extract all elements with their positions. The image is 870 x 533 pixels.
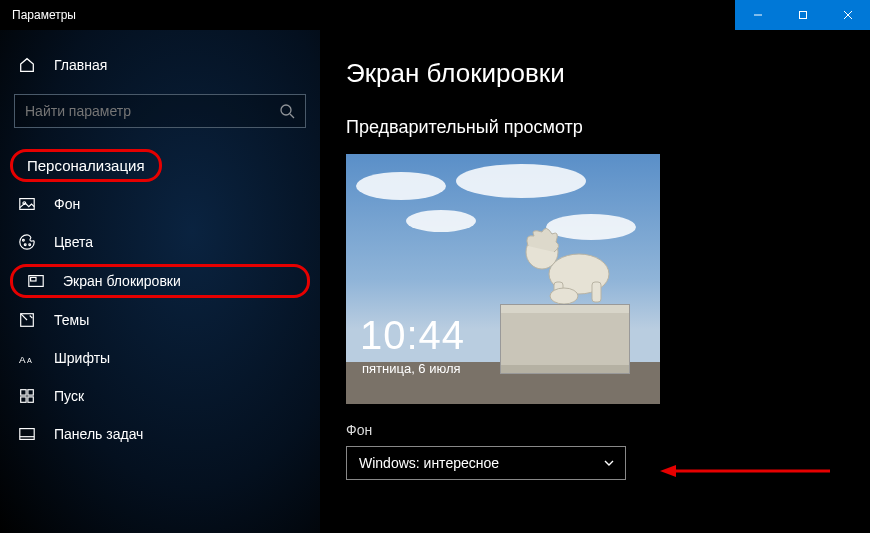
sidebar-item-label: Шрифты xyxy=(54,350,110,366)
category-personalization: Персонализация xyxy=(10,149,162,182)
search-icon xyxy=(279,103,295,119)
svg-rect-1 xyxy=(799,12,806,19)
search-field[interactable] xyxy=(25,103,279,119)
picture-icon xyxy=(18,195,36,213)
sidebar-item-fonts[interactable]: AA Шрифты xyxy=(0,339,320,377)
sidebar-item-start[interactable]: Пуск xyxy=(0,377,320,415)
svg-text:A: A xyxy=(27,356,32,365)
lion-statue xyxy=(514,224,614,304)
svg-point-4 xyxy=(281,105,291,115)
svg-rect-20 xyxy=(20,429,34,440)
themes-icon xyxy=(18,311,36,329)
sidebar-item-label: Цвета xyxy=(54,234,93,250)
svg-text:A: A xyxy=(19,354,26,365)
chevron-down-icon xyxy=(603,457,615,469)
dropdown-value: Windows: интересное xyxy=(359,455,499,471)
preview-label: Предварительный просмотр xyxy=(346,117,844,138)
sidebar: Главная Персонализация Фон Цвета Экран б… xyxy=(0,30,320,533)
sidebar-item-colors[interactable]: Цвета xyxy=(0,223,320,261)
sidebar-item-label: Пуск xyxy=(54,388,84,404)
start-icon xyxy=(18,387,36,405)
svg-rect-12 xyxy=(31,277,36,281)
page-title: Экран блокировки xyxy=(346,58,844,89)
svg-rect-16 xyxy=(21,390,26,395)
preview-time: 10:44 xyxy=(360,313,465,358)
svg-line-5 xyxy=(290,114,294,118)
home-nav[interactable]: Главная xyxy=(0,48,320,82)
preview-date: пятница, 6 июля xyxy=(362,361,461,376)
sidebar-item-themes[interactable]: Темы xyxy=(0,301,320,339)
svg-point-8 xyxy=(23,239,25,241)
lockscreen-icon xyxy=(27,272,45,290)
svg-rect-25 xyxy=(592,282,601,302)
sidebar-item-label: Фон xyxy=(54,196,80,212)
svg-rect-17 xyxy=(28,390,33,395)
sidebar-item-background[interactable]: Фон xyxy=(0,185,320,223)
sidebar-item-label: Панель задач xyxy=(54,426,143,442)
fonts-icon: AA xyxy=(18,349,36,367)
maximize-button[interactable] xyxy=(780,0,825,30)
svg-rect-19 xyxy=(28,397,33,402)
taskbar-icon xyxy=(18,425,36,443)
home-icon xyxy=(18,56,36,74)
close-button[interactable] xyxy=(825,0,870,30)
search-input[interactable] xyxy=(14,94,306,128)
svg-rect-18 xyxy=(21,397,26,402)
home-label: Главная xyxy=(54,57,107,73)
svg-point-9 xyxy=(24,244,26,246)
lockscreen-preview: 10:44 пятница, 6 июля xyxy=(346,154,660,404)
content-area: Экран блокировки Предварительный просмот… xyxy=(320,30,870,533)
svg-point-26 xyxy=(550,288,578,304)
svg-point-10 xyxy=(29,244,31,246)
background-dropdown[interactable]: Windows: интересное xyxy=(346,446,626,480)
sidebar-item-lockscreen[interactable]: Экран блокировки xyxy=(10,264,310,298)
background-field-label: Фон xyxy=(346,422,844,438)
sidebar-item-label: Экран блокировки xyxy=(63,273,181,289)
minimize-button[interactable] xyxy=(735,0,780,30)
sidebar-item-taskbar[interactable]: Панель задач xyxy=(0,415,320,453)
palette-icon xyxy=(18,233,36,251)
sidebar-item-label: Темы xyxy=(54,312,89,328)
window-title: Параметры xyxy=(12,8,76,22)
window-controls xyxy=(735,0,870,30)
